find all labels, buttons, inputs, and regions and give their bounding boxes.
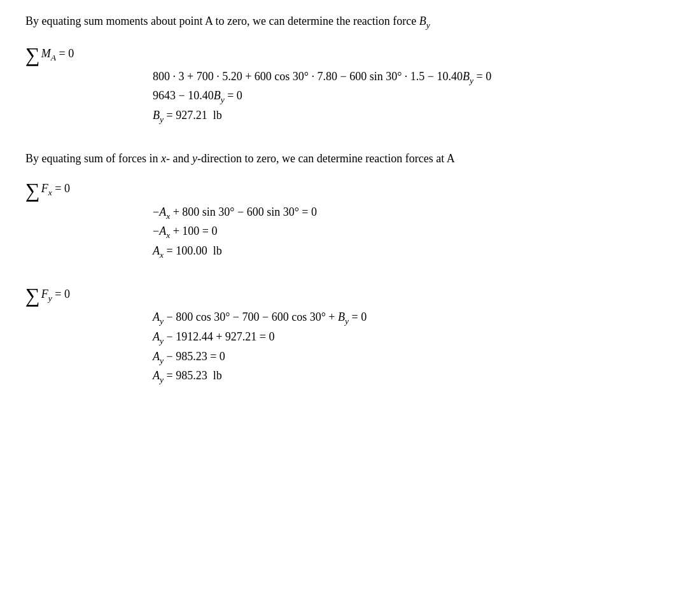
section2-fx-block: ∑ Fx = 0 −Ax + 800 sin 30° − 600 sin 30°…	[25, 180, 661, 260]
fy-eq-lines: Ay − 800 cos 30° − 700 − 600 cos 30° + B…	[153, 311, 661, 384]
section1-by-label: By	[419, 15, 430, 27]
fx-eq3: Ax = 100.00 lb	[153, 244, 661, 260]
section1-equations: ∑ MA = 0 800 · 3 + 700 · 5.20 + 600 cos …	[25, 45, 661, 125]
sum-fx-line: ∑ Fx = 0	[25, 180, 661, 200]
sigma-symbol-1: ∑	[25, 45, 40, 65]
fx-eq1: −Ax + 800 sin 30° − 600 sin 30° = 0	[153, 206, 661, 221]
fy-label: Fy = 0	[41, 288, 70, 304]
fy-eq2: Ay − 1912.44 + 927.21 = 0	[153, 330, 661, 346]
sigma-symbol-2: ∑	[25, 180, 40, 200]
sum-ma-line: ∑ MA = 0	[25, 45, 661, 65]
fy-eq4: Ay = 985.23 lb	[153, 369, 661, 385]
fy-eq3: Ay − 985.23 = 0	[153, 350, 661, 366]
ma-label: MA = 0	[41, 47, 74, 63]
fy-eq1: Ay − 800 cos 30° − 700 − 600 cos 30° + B…	[153, 311, 661, 326]
eq1-line1: 800 · 3 + 700 · 5.20 + 600 cos 30° · 7.8…	[153, 70, 661, 86]
eq1-line2: 9643 − 10.40By = 0	[153, 89, 661, 105]
main-content: By equating sum moments about point A to…	[25, 13, 661, 385]
sum-fy-line: ∑ Fy = 0	[25, 285, 661, 305]
section-1: By equating sum moments about point A to…	[25, 13, 661, 125]
fx-eq2: −Ax + 100 = 0	[153, 225, 661, 241]
fx-eq-lines: −Ax + 800 sin 30° − 600 sin 30° = 0 −Ax …	[153, 206, 661, 260]
sigma-symbol-3: ∑	[25, 285, 40, 305]
section2-fy-block: ∑ Fy = 0 Ay − 800 cos 30° − 700 − 600 co…	[25, 285, 661, 384]
section1-eq-lines: 800 · 3 + 700 · 5.20 + 600 cos 30° · 7.8…	[153, 70, 661, 125]
fx-label: Fx = 0	[41, 182, 70, 198]
section1-intro: By equating sum moments about point A to…	[25, 13, 661, 32]
section2-intro: By equating sum of forces in x- and y-di…	[25, 150, 661, 167]
eq1-line3: By = 927.21 lb	[153, 109, 661, 125]
